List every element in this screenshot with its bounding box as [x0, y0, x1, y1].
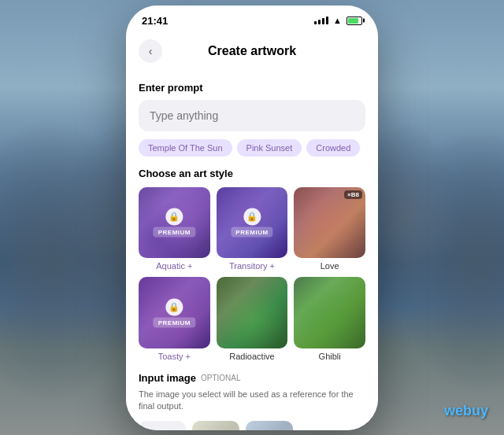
- xb8-badge: ×B8: [344, 190, 362, 199]
- premium-badge-toasty: 🔒 PREMIUM: [154, 298, 195, 327]
- phone-frame: 21:41 ▲ ‹ Create artwork Enter prompt T: [126, 6, 378, 430]
- art-thumb-transitory: 🔒 PREMIUM: [217, 187, 288, 259]
- webuy-prefix: we: [444, 403, 463, 418]
- art-thumb-love: ×B8: [294, 187, 365, 259]
- tag-crowded[interactable]: Crowded: [306, 139, 360, 157]
- art-thumb-aquatic: 🔒 PREMIUM: [139, 187, 210, 259]
- art-item-ghibli[interactable]: Ghibli: [294, 277, 365, 361]
- premium-text-transitory: PREMIUM: [231, 227, 272, 237]
- page-title: Create artwork: [208, 44, 296, 58]
- lock-icon-aquatic: 🔒: [165, 208, 183, 225]
- art-name-radioactive: Radioactive: [217, 352, 288, 361]
- art-thumb-ghibli: [294, 277, 365, 348]
- webuy-suffix: buy: [463, 403, 488, 418]
- art-item-toasty[interactable]: 🔒 PREMIUM Toasty +: [139, 277, 210, 361]
- art-name-aquatic: Aquatic +: [139, 261, 210, 271]
- tag-temple[interactable]: Temple Of The Sun: [139, 139, 232, 157]
- input-image-header: Input image OPTIONAL: [139, 372, 365, 384]
- tag-pink-sunset[interactable]: Pink Sunset: [237, 139, 302, 157]
- art-name-love: Love: [294, 261, 365, 271]
- optional-badge: OPTIONAL: [201, 374, 241, 382]
- premium-text-aquatic: PREMIUM: [154, 227, 195, 237]
- status-bar: 21:41 ▲: [126, 6, 378, 33]
- art-item-love[interactable]: ×B8 Love: [294, 187, 365, 271]
- art-name-ghibli: Ghibli: [294, 352, 365, 361]
- wifi-icon: ▲: [333, 16, 342, 25]
- art-thumb-toasty: 🔒 PREMIUM: [139, 277, 210, 348]
- prompt-input[interactable]: [139, 100, 365, 131]
- suggestion-tags: Temple Of The Sun Pink Sunset Crowded: [139, 139, 365, 157]
- sample-image-1[interactable]: [192, 421, 239, 430]
- art-name-toasty: Toasty +: [139, 352, 210, 361]
- webuy-logo: webuy: [444, 403, 488, 419]
- header: ‹ Create artwork: [126, 33, 378, 72]
- premium-badge-transitory: 🔒 PREMIUM: [231, 208, 272, 237]
- prompt-label: Enter prompt: [139, 82, 365, 94]
- lock-icon-toasty: 🔒: [165, 298, 183, 315]
- art-item-transitory[interactable]: 🔒 PREMIUM Transitory +: [217, 187, 288, 271]
- art-style-label: Choose an art style: [139, 168, 365, 179]
- status-time: 21:41: [142, 15, 168, 27]
- art-item-aquatic[interactable]: 🔒 PREMIUM Aquatic +: [139, 187, 210, 271]
- back-arrow-icon: ‹: [149, 45, 153, 57]
- art-item-radioactive[interactable]: Radioactive: [217, 277, 288, 361]
- status-icons: ▲: [314, 16, 362, 25]
- art-name-transitory: Transitory +: [217, 261, 288, 271]
- input-image-title: Input image: [139, 372, 196, 384]
- main-content: Enter prompt Temple Of The Sun Pink Suns…: [126, 72, 378, 430]
- premium-text-toasty: PREMIUM: [154, 317, 195, 327]
- battery-icon: [346, 17, 362, 25]
- back-button[interactable]: ‹: [139, 39, 162, 63]
- premium-badge-aquatic: 🔒 PREMIUM: [154, 208, 195, 237]
- input-image-desc: The image you select will be used as a r…: [139, 389, 365, 413]
- art-thumb-radioactive: [217, 277, 288, 348]
- lock-icon-transitory: 🔒: [243, 208, 261, 225]
- image-selection-row: 🏔 Select: [139, 421, 365, 430]
- signal-icon: [314, 17, 328, 24]
- art-style-grid: 🔒 PREMIUM Aquatic + 🔒 PREMIUM Transitory…: [139, 187, 365, 361]
- sample-image-2[interactable]: [246, 421, 293, 430]
